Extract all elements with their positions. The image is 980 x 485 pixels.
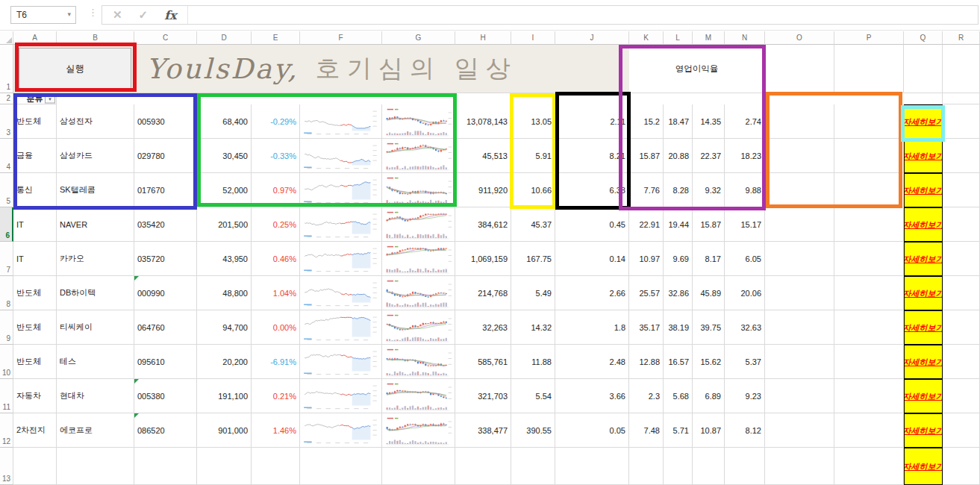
column-header-l[interactable]: L bbox=[664, 31, 693, 45]
cell-operating-margin[interactable]: 15.17 bbox=[725, 207, 765, 242]
cell-dividend-rate[interactable]: 0.45 bbox=[555, 207, 629, 242]
row-header-10[interactable]: 10 bbox=[0, 345, 13, 379]
cell-operating-margin[interactable]: 32.86 bbox=[664, 276, 693, 310]
cell-empty[interactable] bbox=[943, 139, 980, 173]
cell-operating-margin[interactable]: 8.28 bbox=[664, 173, 693, 207]
cell-volume[interactable]: 1,069,159 bbox=[455, 242, 511, 276]
cell-stock-name[interactable]: 에코프로 bbox=[57, 413, 134, 448]
cell-category[interactable]: 반도체 bbox=[13, 104, 57, 139]
cell-operating-margin[interactable] bbox=[693, 448, 725, 485]
cell-buy-price-plan[interactable] bbox=[765, 345, 834, 379]
cell-detail-link[interactable]: 자세히보기 bbox=[904, 139, 943, 173]
cell-volume[interactable]: 32,263 bbox=[455, 310, 511, 345]
cell-change-rate[interactable]: 0.21% bbox=[252, 379, 300, 413]
cell-operating-margin[interactable]: 9.32 bbox=[693, 173, 725, 207]
cell-category[interactable]: 자동차 bbox=[13, 379, 57, 413]
cell-candle-chart[interactable] bbox=[382, 413, 455, 448]
cell-stock-name[interactable] bbox=[57, 448, 134, 485]
cell-buy-price-plan[interactable] bbox=[765, 207, 834, 242]
cell-operating-margin[interactable]: 14.35 bbox=[693, 104, 725, 139]
cell-volume[interactable]: 13,078,143 bbox=[455, 104, 511, 139]
cell-buy-price-plan[interactable] bbox=[765, 276, 834, 310]
cell-operating-margin[interactable]: 25.57 bbox=[629, 276, 664, 310]
cell-category[interactable]: 2차전지 bbox=[13, 413, 57, 448]
cell-intraday-chart[interactable] bbox=[300, 139, 382, 173]
cell-operating-margin[interactable]: 2.74 bbox=[725, 104, 765, 139]
cell-operating-margin[interactable]: 7.76 bbox=[629, 173, 664, 207]
detail-link[interactable]: 자세히보기 bbox=[904, 254, 943, 265]
row1-empty-cell[interactable] bbox=[904, 45, 943, 93]
row-header-11[interactable]: 11 bbox=[0, 379, 13, 413]
cell-operating-margin[interactable] bbox=[664, 448, 693, 485]
cell-candle-chart[interactable] bbox=[382, 310, 455, 345]
cancel-icon[interactable]: ✕ bbox=[113, 8, 122, 22]
cell-per[interactable]: 11.88 bbox=[511, 345, 555, 379]
cell-per[interactable]: 13.05 bbox=[511, 104, 555, 139]
cell-category[interactable]: IT bbox=[13, 242, 57, 276]
cell-detail-link[interactable]: 자세히보기 bbox=[904, 242, 943, 276]
cell-volume[interactable]: 321,703 bbox=[455, 379, 511, 413]
cell-empty[interactable] bbox=[943, 448, 980, 485]
cell-dividend-rate[interactable]: 0.14 bbox=[555, 242, 629, 276]
cell-current-price[interactable]: 191,100 bbox=[197, 379, 252, 413]
cell-operating-margin[interactable]: 9.23 bbox=[725, 379, 765, 413]
cell-operating-margin[interactable]: 12.88 bbox=[629, 345, 664, 379]
column-header-p[interactable]: P bbox=[834, 31, 904, 45]
cell-per[interactable]: 14.32 bbox=[511, 310, 555, 345]
column-header-e[interactable]: E bbox=[252, 31, 300, 45]
cell-current-price[interactable] bbox=[197, 448, 252, 485]
cell-volume[interactable] bbox=[455, 448, 511, 485]
cell-operating-margin[interactable]: 9.69 bbox=[664, 242, 693, 276]
cell-empty[interactable] bbox=[943, 345, 980, 379]
cell-dividend-rate[interactable]: 8.21 bbox=[555, 139, 629, 173]
cell-empty[interactable] bbox=[943, 379, 980, 413]
cell-operating-margin[interactable]: 39.75 bbox=[693, 310, 725, 345]
cell-buy-price-plan[interactable] bbox=[765, 104, 834, 139]
cell-detail-link[interactable]: 자세히보기 bbox=[904, 413, 943, 448]
cell-volume[interactable]: 338,477 bbox=[455, 413, 511, 448]
cell-dividend-rate[interactable]: 2.48 bbox=[555, 345, 629, 379]
cell-empty[interactable] bbox=[943, 173, 980, 207]
cell-per[interactable]: 167.75 bbox=[511, 242, 555, 276]
cell-operating-margin[interactable] bbox=[629, 448, 664, 485]
cell-volume[interactable]: 585,761 bbox=[455, 345, 511, 379]
cell-intraday-chart[interactable] bbox=[300, 173, 382, 207]
cell-operating-margin[interactable]: 8.12 bbox=[725, 413, 765, 448]
detail-link[interactable]: 자세히보기 bbox=[904, 185, 943, 196]
column-header-g[interactable]: G bbox=[382, 31, 455, 45]
cell-operating-margin[interactable]: 10.87 bbox=[693, 413, 725, 448]
cell-target-price-plan[interactable] bbox=[834, 310, 904, 345]
cell-target-price-plan[interactable] bbox=[834, 207, 904, 242]
cell-stock-name[interactable]: 카카오 bbox=[57, 242, 134, 276]
cell-stock-code[interactable]: 005380 bbox=[134, 379, 197, 413]
cell-buy-price-plan[interactable] bbox=[765, 448, 834, 485]
cell-stock-name[interactable]: DB하이텍 bbox=[57, 276, 134, 310]
cell-current-price[interactable]: 20,200 bbox=[197, 345, 252, 379]
cell-dividend-rate[interactable]: 3.66 bbox=[555, 379, 629, 413]
detail-link[interactable]: 자세히보기 bbox=[904, 116, 943, 128]
cell-stock-code[interactable]: 095610 bbox=[134, 345, 197, 379]
cell-intraday-chart[interactable] bbox=[300, 276, 382, 310]
cell-operating-margin[interactable] bbox=[725, 448, 765, 485]
cell-change-rate[interactable]: 0.25% bbox=[252, 207, 300, 242]
cell-stock-code[interactable] bbox=[134, 448, 197, 485]
cell-operating-margin[interactable]: 8.17 bbox=[693, 242, 725, 276]
row-header-7[interactable]: 7 bbox=[0, 242, 13, 276]
cell-candle-chart[interactable] bbox=[382, 345, 455, 379]
cell-detail-link[interactable]: 자세히보기 bbox=[904, 207, 943, 242]
cell-intraday-chart[interactable] bbox=[300, 448, 382, 485]
cell-intraday-chart[interactable] bbox=[300, 104, 382, 139]
formula-input[interactable] bbox=[187, 6, 978, 24]
cell-buy-price-plan[interactable] bbox=[765, 379, 834, 413]
column-header-m[interactable]: M bbox=[693, 31, 725, 45]
cell-operating-margin[interactable]: 7.48 bbox=[629, 413, 664, 448]
cell-stock-code[interactable]: 029780 bbox=[134, 139, 197, 173]
cell-current-price[interactable]: 94,700 bbox=[197, 310, 252, 345]
detail-link[interactable]: 자세히보기 bbox=[904, 461, 943, 472]
cell-target-price-plan[interactable] bbox=[834, 413, 904, 448]
cell-current-price[interactable]: 48,800 bbox=[197, 276, 252, 310]
cell-current-price[interactable]: 30,450 bbox=[197, 139, 252, 173]
cell-current-price[interactable]: 68,400 bbox=[197, 104, 252, 139]
cell-stock-name[interactable]: SK텔레콤 bbox=[57, 173, 134, 207]
cell-target-price-plan[interactable] bbox=[834, 276, 904, 310]
